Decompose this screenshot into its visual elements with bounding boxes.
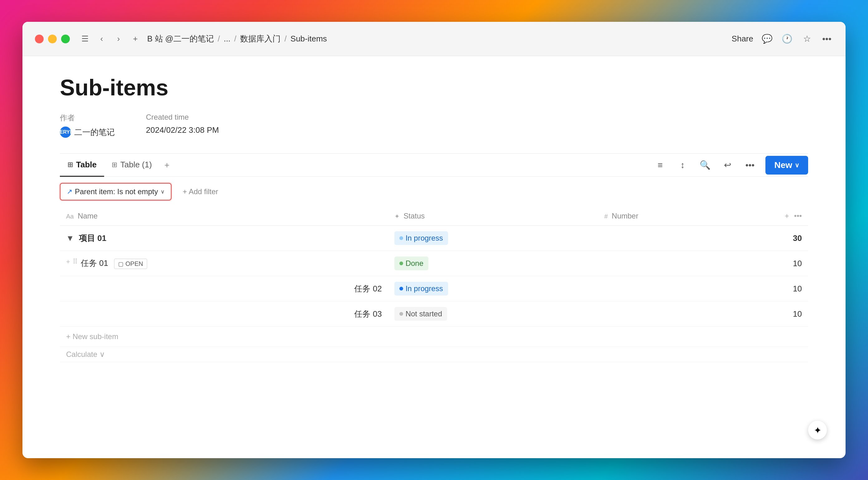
titlebar: ☰ ‹ › + B 站 @二一的笔记 / ... / 数据库入门 / Sub-i… (23, 22, 845, 56)
calculate-cell[interactable]: Calculate ∨ (60, 347, 808, 362)
item-number-cell-1: 10 (598, 251, 808, 276)
breadcrumb-item-2[interactable]: ... (223, 34, 230, 44)
status-text: Not started (406, 310, 442, 318)
table-header-row: Aa Name ✦ Status # Number (60, 206, 808, 226)
avatar: ERYI (60, 127, 71, 138)
add-icon[interactable]: + (130, 33, 141, 44)
col-add-icon[interactable]: + (785, 212, 789, 220)
breadcrumb: B 站 @二一的笔记 / ... / 数据库入门 / Sub-items (147, 33, 732, 44)
item-status-cell-2: In progress (388, 276, 598, 301)
comment-icon[interactable]: 💬 (761, 33, 773, 45)
window-content: Sub-items 作者 ERYI 二一的笔记 Created time 202… (23, 56, 845, 458)
author-name: 二一的笔记 (74, 127, 115, 138)
new-button-label: New (774, 160, 792, 170)
group-number-cell: 30 (598, 226, 808, 251)
created-value: 2024/02/22 3:08 PM (146, 125, 219, 135)
group-toggle-icon[interactable]: ▼ (66, 233, 74, 243)
row-drag-icon[interactable]: ⠿ (73, 258, 78, 266)
item-name-1: 任务 01 (81, 258, 108, 269)
page-content: Sub-items 作者 ERYI 二一的笔记 Created time 202… (23, 56, 845, 458)
col-number-header: # Number + ••• (598, 206, 808, 226)
favorite-icon[interactable]: ☆ (801, 33, 813, 45)
table-row: ▼ 项目 01 In progress 30 (60, 226, 808, 251)
created-label: Created time (146, 113, 219, 122)
breadcrumb-item-4[interactable]: Sub-items (290, 34, 327, 44)
status-text: Done (406, 259, 424, 268)
breadcrumb-sep-2: / (234, 34, 236, 44)
add-filter-label: + Add filter (183, 187, 218, 196)
breadcrumb-item-1[interactable]: B 站 @二一的笔记 (147, 33, 214, 44)
more-icon[interactable]: ••• (820, 33, 833, 45)
new-button-chevron-icon: ∨ (795, 161, 799, 169)
sidebar-toggle-icon[interactable]: ☰ (79, 33, 90, 44)
filter-row: ↗ Parent item: Is not empty ∨ + Add filt… (60, 177, 808, 206)
breadcrumb-item-3[interactable]: 数据库入门 (240, 33, 281, 44)
open-tag-label: OPEN (125, 260, 143, 267)
page-title: Sub-items (60, 75, 808, 100)
calculate-row: Calculate ∨ (60, 347, 808, 362)
tab-table[interactable]: ⊞ Table (60, 154, 104, 177)
new-subitem-cell[interactable]: + New sub-item (60, 327, 808, 347)
close-button[interactable] (35, 35, 44, 43)
table-row: 任务 03 Not started 10 (60, 301, 808, 327)
status-badge: Not started (394, 307, 447, 321)
col-more-icon[interactable]: ••• (794, 212, 802, 220)
tabs-row: ⊞ Table ⊞ Table (1) + ≡ ↕ 🔍 ↩ ••• (60, 154, 808, 177)
item-name-cell-3: 任务 03 (60, 301, 388, 327)
breadcrumb-sep-3: / (284, 34, 286, 44)
table-row: 任务 02 In progress 10 (60, 276, 808, 301)
new-subitem-row: + New sub-item (60, 327, 808, 347)
status-dot (399, 312, 403, 316)
calculate-arrow-icon: ∨ (99, 350, 105, 358)
author-value: ERYI 二一的笔记 (60, 127, 115, 138)
author-meta: 作者 ERYI 二一的笔记 (60, 113, 115, 138)
search-icon[interactable]: 🔍 (698, 158, 712, 172)
table-1-icon: ⊞ (112, 161, 117, 169)
col-name-header: Aa Name (60, 206, 388, 226)
status-badge: In progress (394, 231, 448, 245)
tab-table-label: Table (76, 160, 97, 169)
status-dot (399, 236, 403, 240)
author-label: 作者 (60, 113, 115, 123)
number-col-icon: # (604, 213, 608, 220)
subitem-icon[interactable]: ↩ (720, 158, 734, 172)
item-name-3: 任务 03 (354, 309, 382, 319)
share-button[interactable]: Share (732, 34, 753, 44)
sort-icon[interactable]: ↕ (676, 158, 689, 172)
item-number-cell-2: 10 (598, 276, 808, 301)
tab-add-button[interactable]: + (159, 154, 174, 177)
filter-chip-parent-item[interactable]: ↗ Parent item: Is not empty ∨ (60, 183, 172, 200)
tab-table-1[interactable]: ⊞ Table (1) (104, 154, 159, 177)
status-text: In progress (406, 284, 443, 293)
filter-icon[interactable]: ≡ (653, 158, 667, 172)
group-name: 项目 01 (79, 233, 106, 243)
back-icon[interactable]: ‹ (96, 33, 107, 44)
status-col-icon: ✦ (394, 213, 400, 220)
item-name-cell-2: 任务 02 (60, 276, 388, 301)
name-col-icon: Aa (66, 213, 73, 220)
status-badge: Done (394, 257, 428, 270)
sparkle-button[interactable]: ✦ (808, 421, 827, 440)
traffic-lights (35, 35, 70, 43)
table-icon: ⊞ (67, 161, 73, 169)
add-filter-button[interactable]: + Add filter (177, 184, 224, 200)
new-button[interactable]: New ∨ (766, 156, 808, 174)
filter-arrow-icon: ↗ (67, 188, 72, 196)
open-tag[interactable]: ▢ OPEN (114, 259, 147, 269)
group-name-cell: ▼ 项目 01 (60, 226, 388, 251)
more-options-icon[interactable]: ••• (743, 158, 757, 172)
row-add-icon[interactable]: + (66, 258, 70, 266)
item-name-cell-1: + ⠿ 任务 01 ▢ OPEN (60, 251, 388, 276)
maximize-button[interactable] (61, 35, 70, 43)
tabs-right: ≡ ↕ 🔍 ↩ ••• New ∨ (653, 156, 808, 174)
nav-buttons: ☰ ‹ › + (79, 33, 141, 44)
tab-table-1-label: Table (1) (120, 160, 152, 169)
forward-icon[interactable]: › (113, 33, 124, 44)
status-col-label: Status (403, 212, 425, 220)
meta-row: 作者 ERYI 二一的笔记 Created time 2024/02/22 3:… (60, 113, 808, 138)
minimize-button[interactable] (48, 35, 57, 43)
number-col-label: Number (612, 212, 638, 220)
filter-chip-dropdown-icon: ∨ (161, 188, 165, 195)
history-icon[interactable]: 🕐 (781, 33, 793, 45)
item-status-cell-1: Done (388, 251, 598, 276)
